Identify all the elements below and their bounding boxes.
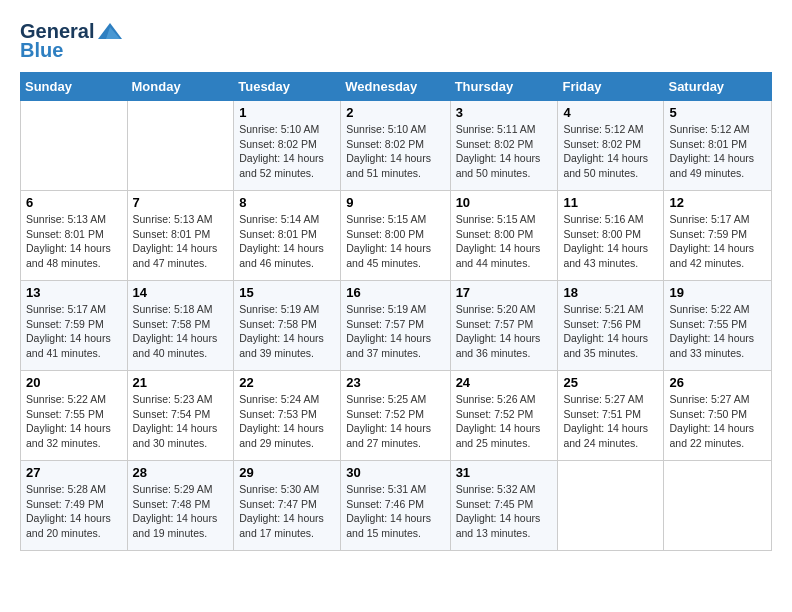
day-number: 30	[346, 465, 444, 480]
calendar-cell: 9Sunrise: 5:15 AMSunset: 8:00 PMDaylight…	[341, 191, 450, 281]
header-saturday: Saturday	[664, 73, 772, 101]
calendar-week-row: 13Sunrise: 5:17 AMSunset: 7:59 PMDayligh…	[21, 281, 772, 371]
day-info: Sunrise: 5:12 AMSunset: 8:01 PMDaylight:…	[669, 122, 766, 181]
day-info: Sunrise: 5:20 AMSunset: 7:57 PMDaylight:…	[456, 302, 553, 361]
calendar-cell	[127, 101, 234, 191]
day-number: 16	[346, 285, 444, 300]
calendar-cell: 5Sunrise: 5:12 AMSunset: 8:01 PMDaylight…	[664, 101, 772, 191]
calendar-week-row: 6Sunrise: 5:13 AMSunset: 8:01 PMDaylight…	[21, 191, 772, 281]
day-number: 4	[563, 105, 658, 120]
day-info: Sunrise: 5:12 AMSunset: 8:02 PMDaylight:…	[563, 122, 658, 181]
day-info: Sunrise: 5:24 AMSunset: 7:53 PMDaylight:…	[239, 392, 335, 451]
calendar-cell: 19Sunrise: 5:22 AMSunset: 7:55 PMDayligh…	[664, 281, 772, 371]
day-info: Sunrise: 5:22 AMSunset: 7:55 PMDaylight:…	[26, 392, 122, 451]
day-number: 26	[669, 375, 766, 390]
day-info: Sunrise: 5:27 AMSunset: 7:51 PMDaylight:…	[563, 392, 658, 451]
day-info: Sunrise: 5:13 AMSunset: 8:01 PMDaylight:…	[133, 212, 229, 271]
calendar-cell: 10Sunrise: 5:15 AMSunset: 8:00 PMDayligh…	[450, 191, 558, 281]
day-number: 18	[563, 285, 658, 300]
day-info: Sunrise: 5:19 AMSunset: 7:58 PMDaylight:…	[239, 302, 335, 361]
header-sunday: Sunday	[21, 73, 128, 101]
calendar-cell: 18Sunrise: 5:21 AMSunset: 7:56 PMDayligh…	[558, 281, 664, 371]
calendar-cell: 22Sunrise: 5:24 AMSunset: 7:53 PMDayligh…	[234, 371, 341, 461]
calendar-week-row: 1Sunrise: 5:10 AMSunset: 8:02 PMDaylight…	[21, 101, 772, 191]
day-number: 23	[346, 375, 444, 390]
day-info: Sunrise: 5:17 AMSunset: 7:59 PMDaylight:…	[26, 302, 122, 361]
calendar-week-row: 20Sunrise: 5:22 AMSunset: 7:55 PMDayligh…	[21, 371, 772, 461]
header-thursday: Thursday	[450, 73, 558, 101]
calendar-cell: 2Sunrise: 5:10 AMSunset: 8:02 PMDaylight…	[341, 101, 450, 191]
day-number: 21	[133, 375, 229, 390]
header-wednesday: Wednesday	[341, 73, 450, 101]
calendar-cell	[664, 461, 772, 551]
day-number: 8	[239, 195, 335, 210]
calendar-cell: 1Sunrise: 5:10 AMSunset: 8:02 PMDaylight…	[234, 101, 341, 191]
calendar-cell	[21, 101, 128, 191]
day-number: 31	[456, 465, 553, 480]
day-number: 14	[133, 285, 229, 300]
calendar-cell: 6Sunrise: 5:13 AMSunset: 8:01 PMDaylight…	[21, 191, 128, 281]
day-number: 22	[239, 375, 335, 390]
day-info: Sunrise: 5:26 AMSunset: 7:52 PMDaylight:…	[456, 392, 553, 451]
day-info: Sunrise: 5:21 AMSunset: 7:56 PMDaylight:…	[563, 302, 658, 361]
day-number: 17	[456, 285, 553, 300]
day-number: 12	[669, 195, 766, 210]
logo: General Blue	[20, 20, 124, 62]
calendar-cell: 15Sunrise: 5:19 AMSunset: 7:58 PMDayligh…	[234, 281, 341, 371]
calendar-cell: 30Sunrise: 5:31 AMSunset: 7:46 PMDayligh…	[341, 461, 450, 551]
day-info: Sunrise: 5:31 AMSunset: 7:46 PMDaylight:…	[346, 482, 444, 541]
calendar-cell: 26Sunrise: 5:27 AMSunset: 7:50 PMDayligh…	[664, 371, 772, 461]
day-number: 15	[239, 285, 335, 300]
calendar-cell: 25Sunrise: 5:27 AMSunset: 7:51 PMDayligh…	[558, 371, 664, 461]
day-info: Sunrise: 5:14 AMSunset: 8:01 PMDaylight:…	[239, 212, 335, 271]
day-info: Sunrise: 5:10 AMSunset: 8:02 PMDaylight:…	[346, 122, 444, 181]
calendar-cell: 23Sunrise: 5:25 AMSunset: 7:52 PMDayligh…	[341, 371, 450, 461]
calendar-week-row: 27Sunrise: 5:28 AMSunset: 7:49 PMDayligh…	[21, 461, 772, 551]
calendar-cell: 8Sunrise: 5:14 AMSunset: 8:01 PMDaylight…	[234, 191, 341, 281]
day-info: Sunrise: 5:11 AMSunset: 8:02 PMDaylight:…	[456, 122, 553, 181]
day-number: 20	[26, 375, 122, 390]
day-info: Sunrise: 5:15 AMSunset: 8:00 PMDaylight:…	[346, 212, 444, 271]
day-number: 24	[456, 375, 553, 390]
page-header: General Blue	[20, 20, 772, 62]
calendar-cell: 24Sunrise: 5:26 AMSunset: 7:52 PMDayligh…	[450, 371, 558, 461]
day-info: Sunrise: 5:13 AMSunset: 8:01 PMDaylight:…	[26, 212, 122, 271]
day-info: Sunrise: 5:18 AMSunset: 7:58 PMDaylight:…	[133, 302, 229, 361]
day-info: Sunrise: 5:25 AMSunset: 7:52 PMDaylight:…	[346, 392, 444, 451]
day-number: 28	[133, 465, 229, 480]
day-info: Sunrise: 5:17 AMSunset: 7:59 PMDaylight:…	[669, 212, 766, 271]
day-number: 9	[346, 195, 444, 210]
calendar-cell: 17Sunrise: 5:20 AMSunset: 7:57 PMDayligh…	[450, 281, 558, 371]
day-info: Sunrise: 5:30 AMSunset: 7:47 PMDaylight:…	[239, 482, 335, 541]
day-number: 11	[563, 195, 658, 210]
day-info: Sunrise: 5:29 AMSunset: 7:48 PMDaylight:…	[133, 482, 229, 541]
day-info: Sunrise: 5:27 AMSunset: 7:50 PMDaylight:…	[669, 392, 766, 451]
day-number: 7	[133, 195, 229, 210]
header-friday: Friday	[558, 73, 664, 101]
calendar-cell: 14Sunrise: 5:18 AMSunset: 7:58 PMDayligh…	[127, 281, 234, 371]
day-info: Sunrise: 5:10 AMSunset: 8:02 PMDaylight:…	[239, 122, 335, 181]
calendar-cell: 11Sunrise: 5:16 AMSunset: 8:00 PMDayligh…	[558, 191, 664, 281]
calendar-cell: 27Sunrise: 5:28 AMSunset: 7:49 PMDayligh…	[21, 461, 128, 551]
day-info: Sunrise: 5:15 AMSunset: 8:00 PMDaylight:…	[456, 212, 553, 271]
day-number: 2	[346, 105, 444, 120]
day-info: Sunrise: 5:22 AMSunset: 7:55 PMDaylight:…	[669, 302, 766, 361]
day-number: 5	[669, 105, 766, 120]
calendar-cell: 7Sunrise: 5:13 AMSunset: 8:01 PMDaylight…	[127, 191, 234, 281]
day-number: 25	[563, 375, 658, 390]
calendar-cell: 28Sunrise: 5:29 AMSunset: 7:48 PMDayligh…	[127, 461, 234, 551]
day-number: 13	[26, 285, 122, 300]
day-info: Sunrise: 5:32 AMSunset: 7:45 PMDaylight:…	[456, 482, 553, 541]
calendar-cell: 12Sunrise: 5:17 AMSunset: 7:59 PMDayligh…	[664, 191, 772, 281]
logo-icon	[96, 21, 124, 43]
day-number: 1	[239, 105, 335, 120]
day-number: 27	[26, 465, 122, 480]
calendar-cell: 4Sunrise: 5:12 AMSunset: 8:02 PMDaylight…	[558, 101, 664, 191]
day-info: Sunrise: 5:16 AMSunset: 8:00 PMDaylight:…	[563, 212, 658, 271]
calendar-cell: 3Sunrise: 5:11 AMSunset: 8:02 PMDaylight…	[450, 101, 558, 191]
logo-blue-text: Blue	[20, 39, 63, 62]
day-info: Sunrise: 5:23 AMSunset: 7:54 PMDaylight:…	[133, 392, 229, 451]
calendar-cell: 13Sunrise: 5:17 AMSunset: 7:59 PMDayligh…	[21, 281, 128, 371]
day-number: 10	[456, 195, 553, 210]
header-monday: Monday	[127, 73, 234, 101]
